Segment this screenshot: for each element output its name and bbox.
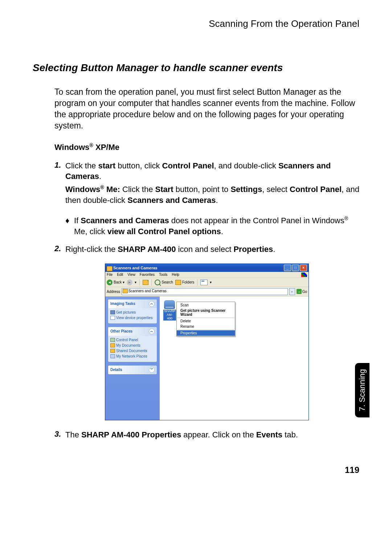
header-topic: Scanning From the Operation Panel — [33, 18, 359, 29]
up-button[interactable] — [143, 280, 148, 285]
xp-window: Scanners and Cameras _ □ × File Edit Vie… — [105, 264, 309, 420]
go-button[interactable]: → Go — [297, 289, 307, 294]
intro-paragraph: To scan from the operation panel, you mu… — [54, 86, 359, 131]
views-button[interactable] — [200, 279, 208, 285]
context-get-picture[interactable]: Get picture using Scanner Wizard — [177, 308, 235, 317]
page-number: 119 — [345, 465, 359, 475]
sidebar-item-my-documents[interactable]: My Documents — [110, 343, 155, 348]
sidebar-item-get-pictures[interactable]: Get pictures — [110, 310, 155, 315]
folders-button[interactable]: Folders — [175, 280, 194, 285]
maximize-button[interactable]: □ — [292, 265, 299, 271]
scanner-icon — [164, 300, 175, 309]
collapse-button[interactable]: ︽ — [149, 301, 155, 307]
window-title: Scanners and Cameras — [107, 266, 284, 270]
search-icon — [155, 279, 160, 285]
sidebar-item-shared-documents[interactable]: Shared Documents — [110, 348, 155, 354]
sidebar-item-network-places[interactable]: My Network Places — [110, 354, 155, 359]
context-delete[interactable]: Delete — [177, 318, 235, 324]
step-2: 2. Right-click the SHARP AM-400 icon and… — [54, 244, 359, 257]
step-number: 2. — [54, 244, 65, 257]
context-menu: Scan Get picture using Scanner Wizard De… — [176, 302, 235, 336]
xp-toolbar: ◄ Back ▾ ► ▾ Search Folders — [105, 278, 309, 287]
side-header-details: Details — [110, 368, 122, 372]
address-label: Address — [107, 290, 120, 294]
menu-edit[interactable]: Edit — [117, 273, 123, 277]
go-arrow-icon: → — [297, 289, 302, 294]
step-number: 3. — [54, 429, 65, 442]
back-arrow-icon: ◄ — [107, 279, 113, 285]
xp-menubar: File Edit View Favorites Tools Help — [105, 272, 309, 278]
section-title: Selecting Button Manager to handle scann… — [33, 62, 359, 74]
address-input[interactable]: Scanners and Cameras — [122, 288, 288, 295]
sidebar-item-control-panel[interactable]: Control Panel — [110, 337, 155, 343]
minimize-button[interactable]: _ — [284, 265, 291, 271]
xp-addressbar: Address Scanners and Cameras ⌄ → Go — [105, 287, 309, 297]
step-3: 3. The SHARP AM-400 Properties appear. C… — [54, 429, 359, 442]
menu-view[interactable]: View — [127, 273, 135, 277]
forward-dropdown[interactable]: ▾ — [135, 280, 136, 284]
context-properties[interactable]: Properties — [177, 330, 235, 336]
xp-content: SHARP AM-400 Scan Get picture using Scan… — [160, 297, 309, 420]
collapse-button[interactable]: ︽ — [149, 328, 155, 334]
folders-icon — [175, 280, 181, 285]
step-number: 1. — [54, 160, 65, 208]
context-rename[interactable]: Rename — [177, 324, 235, 329]
close-button[interactable]: × — [300, 265, 307, 271]
address-dropdown[interactable]: ⌄ — [289, 288, 295, 295]
windows-flag-icon — [301, 273, 307, 277]
context-scan[interactable]: Scan — [177, 302, 235, 308]
menu-help[interactable]: Help — [172, 273, 179, 277]
step-1: 1. Click the start button, click Control… — [54, 160, 359, 208]
side-header-imaging: Imaging Tasks — [110, 302, 135, 306]
side-tab: 7. Scanning — [355, 363, 369, 417]
os-heading: Windows® XP/Me — [54, 142, 359, 152]
xp-titlebar: Scanners and Cameras _ □ × — [105, 264, 309, 272]
diamond-icon: ♦ — [65, 215, 74, 237]
views-dropdown[interactable]: ▾ — [210, 280, 212, 284]
back-button[interactable]: ◄ Back ▾ — [107, 279, 124, 285]
menu-favorites[interactable]: Favorites — [140, 273, 155, 277]
side-box-details: Details ︾ — [108, 366, 157, 374]
side-box-places: Other Places ︽ Control Panel My Document… — [108, 327, 157, 362]
sidebar-item-view-properties[interactable]: View device properties — [110, 315, 155, 321]
search-button[interactable]: Search — [155, 279, 173, 285]
side-box-imaging: Imaging Tasks ︽ Get pictures View device… — [108, 299, 157, 323]
menu-file[interactable]: File — [107, 273, 113, 277]
menu-tools[interactable]: Tools — [159, 273, 167, 277]
device-icon-sharp-am400[interactable]: SHARP AM-400 — [163, 300, 176, 321]
sub-bullet: ♦ If Scanners and Cameras does not appea… — [65, 215, 359, 237]
side-header-places: Other Places — [110, 329, 132, 333]
xp-sidepane: Imaging Tasks ︽ Get pictures View device… — [105, 297, 160, 420]
forward-button[interactable]: ► — [127, 279, 132, 285]
expand-button[interactable]: ︾ — [149, 367, 155, 373]
